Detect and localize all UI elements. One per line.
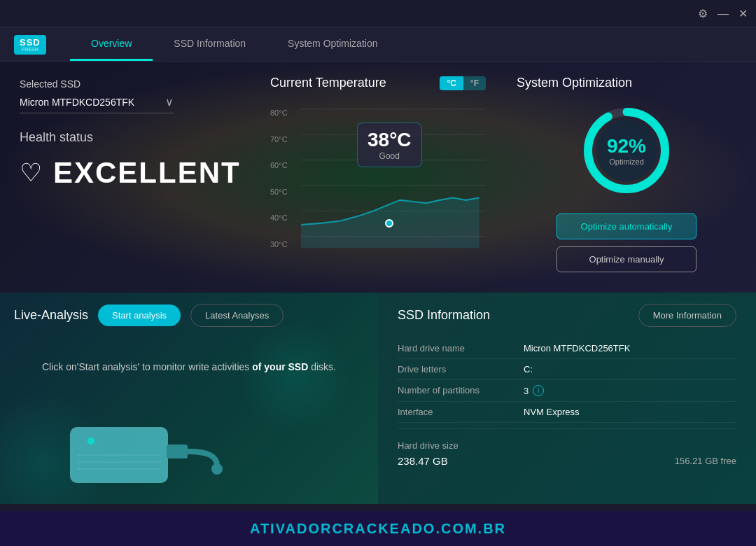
storage-size: 238.47 GB (398, 455, 448, 467)
info-separator (398, 428, 736, 429)
info-row-partitions: Number of partitions 3 i (398, 380, 736, 402)
svg-point-13 (211, 463, 223, 475)
optimization-label: Optimized (607, 158, 646, 166)
chart-svg-area: 38°C Good (301, 102, 486, 255)
y-label-60: 60°C (270, 161, 288, 169)
storage-row: 238.47 GB 156.21 GB free (398, 455, 736, 467)
footer-text: ATIVADORCRACKEADO.COM.BR (250, 521, 506, 537)
tab-system-optimization[interactable]: System Optimization (267, 28, 398, 61)
info-key-drive: Drive letters (398, 364, 524, 374)
system-optimization-panel: System Optimization 92% Optimized Opti (497, 62, 756, 293)
tab-overview[interactable]: Overview (70, 28, 153, 61)
health-status: ♡ EXCELLENT (20, 156, 239, 190)
chevron-down-icon: ∨ (165, 95, 174, 108)
selected-ssd-label: Selected SSD (20, 78, 239, 90)
footer-banner: ATIVADORCRACKEADO.COM.BR (0, 511, 756, 546)
minimize-icon[interactable]: — (718, 8, 729, 20)
start-analysis-button[interactable]: Start analysis (98, 304, 181, 326)
y-label-30: 30°C (270, 240, 288, 248)
optimize-manually-button[interactable]: Optimize manually (556, 246, 696, 272)
info-val-drive: C: (524, 364, 533, 374)
temp-unit-celsius[interactable]: °C (440, 76, 463, 90)
left-panel: Selected SSD Micron MTFDKCD256TFK ∨ Heal… (0, 62, 259, 293)
live-analysis-body: Click on'Start analysis' to monitor writ… (0, 359, 378, 374)
app-window: ⚙ — ✕ SSD FRESH Overview SSD Information… (0, 0, 756, 511)
heart-icon: ♡ (20, 158, 42, 188)
info-key-interface: Interface (398, 407, 524, 417)
info-val-partitions: 3 i (524, 385, 544, 396)
info-key-name: Hard drive name (398, 343, 524, 354)
y-label-70: 70°C (270, 135, 288, 144)
logo-area: SSD FRESH (0, 35, 70, 55)
temperature-dot (385, 219, 393, 227)
info-key-partitions: Number of partitions (398, 385, 524, 396)
info-icon: i (533, 385, 544, 396)
chart-y-labels: 80°C 70°C 60°C 50°C 40°C 30°C (270, 102, 288, 255)
temperature-header: Current Temperature °C °F (270, 76, 486, 90)
latest-analyses-button[interactable]: Latest Analyses (190, 304, 284, 327)
info-row-name: Hard drive name Micron MTFDKCD256TFK (398, 338, 736, 359)
info-row-drive: Drive letters C: (398, 359, 736, 380)
title-bar: ⚙ — ✕ (0, 0, 756, 28)
temperature-current-status: Good (368, 151, 412, 161)
ssd-information-panel: SSD Information More Information Hard dr… (378, 293, 756, 504)
analysis-message: Click on'Start analysis' to monitor writ… (14, 359, 364, 374)
tab-ssd-information[interactable]: SSD Information (153, 28, 267, 61)
svg-point-14 (88, 438, 94, 444)
close-icon[interactable]: ✕ (738, 7, 748, 20)
ssd-info-header: SSD Information More Information (398, 293, 736, 338)
optimization-percent: 92% (607, 135, 646, 158)
more-information-button[interactable]: More Information (638, 304, 736, 327)
settings-icon[interactable]: ⚙ (698, 7, 708, 20)
main-top: Selected SSD Micron MTFDKCD256TFK ∨ Heal… (0, 62, 756, 293)
logo-box: SSD FRESH (14, 35, 46, 55)
live-analysis-panel: Live-Analysis Start analysis Latest Anal… (0, 293, 378, 504)
analysis-message-bold: of your SSD (252, 361, 308, 372)
temperature-chart: 80°C 70°C 60°C 50°C 40°C 30°C (270, 102, 486, 255)
y-label-50: 50°C (270, 188, 288, 196)
analysis-message-line2: disks. (311, 361, 336, 372)
health-value: EXCELLENT (53, 156, 241, 190)
logo-bottom: FRESH (22, 47, 38, 52)
nav-bar: SSD FRESH Overview SSD Information Syste… (0, 28, 756, 62)
storage-free: 156.21 GB free (675, 456, 736, 466)
info-val-name: Micron MTFDKCD256TFK (524, 343, 630, 354)
temperature-current-value: 38°C (368, 129, 412, 151)
info-table: Hard drive name Micron MTFDKCD256TFK Dri… (398, 338, 736, 423)
logo-top: SSD (20, 38, 41, 47)
storage-section: Hard drive size 238.47 GB 156.21 GB free (398, 435, 736, 472)
temperature-panel: Current Temperature °C °F 80°C 70°C 60°C… (259, 62, 497, 293)
bg-decoration-2 (238, 321, 350, 433)
temperature-popup: 38°C Good (357, 122, 422, 167)
info-val-interface: NVM Express (524, 407, 579, 417)
optimize-automatically-button[interactable]: Optimize automatically (556, 214, 696, 239)
info-row-interface: Interface NVM Express (398, 402, 736, 423)
health-label: Health status (20, 130, 239, 145)
y-label-80: 80°C (270, 108, 288, 117)
optimization-center: 92% Optimized (607, 135, 646, 166)
ssd-dropdown[interactable]: Micron MTFDKCD256TFK ∨ (20, 95, 174, 113)
temperature-title: Current Temperature (270, 76, 386, 90)
ssd-info-title: SSD Information (398, 308, 490, 323)
temp-unit-fahrenheit[interactable]: °F (463, 76, 486, 90)
ssd-name: Micron MTFDKCD256TFK (20, 97, 134, 108)
svg-rect-12 (167, 444, 188, 458)
y-label-40: 40°C (270, 214, 288, 222)
storage-label: Hard drive size (398, 440, 736, 451)
system-optimization-title: System Optimization (517, 76, 632, 90)
ssd-drive-illustration (56, 406, 224, 504)
main-bottom: Live-Analysis Start analysis Latest Anal… (0, 293, 756, 504)
title-bar-controls: ⚙ — ✕ (698, 7, 748, 20)
live-analysis-title: Live-Analysis (14, 308, 88, 323)
analysis-message-line1: Click on'Start analysis' to monitor writ… (42, 361, 249, 372)
nav-tabs: Overview SSD Information System Optimiza… (70, 28, 398, 61)
optimization-donut: 92% Optimized (578, 102, 676, 200)
temp-unit-group: °C °F (440, 76, 486, 90)
